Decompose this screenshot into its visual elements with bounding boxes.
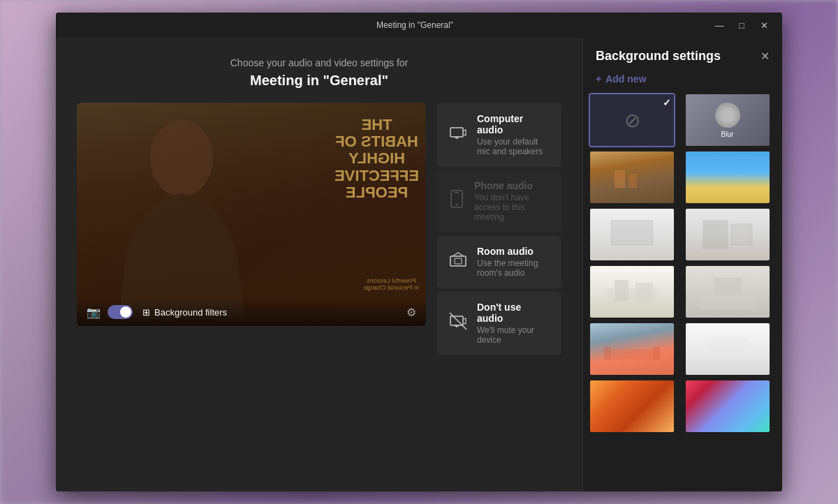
bg-thumb-minimal1[interactable] [589, 207, 675, 262]
bg-minimal2-inner [686, 209, 770, 260]
bg-panel-close-button[interactable]: ✕ [760, 50, 770, 63]
bg-panel-header: Background settings ✕ [583, 38, 782, 71]
computer-audio-icon [449, 124, 467, 146]
filters-icon: ⊞ [142, 307, 150, 318]
bg-lounge-inner [590, 323, 674, 375]
add-new-button[interactable]: + Add new [583, 71, 782, 93]
video-controls: 📷 ⊞ Background filters ⚙ [77, 298, 426, 326]
bg-thumb-minimal2[interactable] [684, 207, 771, 262]
book-subtitle: Powerful Lessonsin Personal Change [364, 277, 419, 291]
room-audio-label: Room audio [477, 246, 550, 257]
bg-thumb-office[interactable] [589, 150, 675, 205]
camera-toggle[interactable] [108, 305, 133, 319]
room-audio-option[interactable]: Room audio Use the meeting room's audio [437, 235, 561, 288]
computer-audio-option[interactable]: Computer audio Use your default mic and … [437, 103, 561, 167]
office-decoration [611, 163, 653, 191]
svg-rect-26 [653, 347, 660, 360]
pre-join-title: Meeting in "General" [230, 73, 409, 89]
svg-rect-17 [703, 221, 728, 249]
bg-none-inner: ⊘ ✓ [590, 94, 674, 146]
filters-text: Background filters [154, 307, 227, 318]
phone-audio-text: Phone audio You don't have access to thi… [474, 180, 550, 222]
svg-rect-18 [731, 224, 752, 245]
no-audio-icon [449, 312, 467, 334]
bg-room1-inner [590, 266, 674, 318]
bg-thumb-gradient1[interactable] [589, 379, 675, 433]
no-bg-icon: ⊘ [624, 109, 640, 132]
pre-join-header: Choose your audio and video settings for… [230, 57, 409, 89]
phone-audio-desc: You don't have access to this meeting [474, 193, 550, 222]
bg-thumb-white[interactable] [684, 322, 771, 376]
video-preview: THEHABITS OFHIGHLYEFFECTIVEPEOPLE Powerf… [77, 103, 426, 326]
bg-panel-title: Background settings [596, 49, 721, 64]
svg-rect-8 [455, 258, 462, 264]
video-person: THEHABITS OFHIGHLYEFFECTIVEPEOPLE Powerf… [77, 103, 426, 326]
blur-label: Blur [721, 131, 734, 138]
bg-minimal1-inner [590, 209, 674, 260]
bg-thumb-gradient2[interactable] [684, 379, 771, 433]
phone-audio-icon [449, 190, 464, 212]
computer-audio-label: Computer audio [477, 113, 550, 135]
svg-rect-14 [628, 174, 637, 188]
computer-audio-desc: Use your default mic and speakers [477, 137, 550, 156]
minimal1-decoration [604, 217, 660, 252]
svg-rect-23 [714, 278, 742, 295]
window-close-button[interactable]: ✕ [754, 18, 774, 32]
minimize-button[interactable]: — [710, 18, 729, 32]
bg-thumb-beach[interactable] [684, 150, 771, 205]
no-audio-label: Don't use audio [477, 302, 550, 324]
person-silhouette [98, 117, 265, 319]
preview-and-audio: THEHABITS OFHIGHLYEFFECTIVEPEOPLE Powerf… [77, 103, 561, 355]
computer-audio-text: Computer audio Use your default mic and … [477, 113, 550, 156]
svg-rect-7 [450, 256, 466, 266]
bg-thumb-blur[interactable]: Blur [684, 93, 771, 147]
no-audio-text: Don't use audio We'll mute your device [477, 302, 550, 345]
bg-thumb-lounge[interactable] [589, 322, 675, 376]
bg-thumb-room2[interactable] [684, 265, 771, 319]
phone-audio-option: Phone audio You don't have access to thi… [437, 170, 561, 232]
phone-audio-label: Phone audio [474, 180, 550, 191]
bg-room2-inner [686, 266, 770, 318]
room2-decoration [700, 274, 756, 309]
audio-options: Computer audio Use your default mic and … [437, 103, 561, 355]
minimal2-decoration [700, 217, 756, 252]
svg-rect-13 [615, 170, 625, 188]
background-settings-panel: Background settings ✕ + Add new ⊘ ✓ [582, 38, 782, 491]
pre-join-subtitle: Choose your audio and video settings for [230, 57, 409, 68]
main-area: Choose your audio and video settings for… [56, 38, 582, 491]
background-grid: ⊘ ✓ Blur [583, 93, 782, 439]
white-decoration [700, 332, 756, 366]
svg-rect-27 [707, 339, 749, 360]
room-audio-text: Room audio Use the meeting room's audio [477, 246, 550, 278]
room-audio-icon [449, 251, 467, 273]
title-bar: Meeting in "General" — □ ✕ [56, 13, 782, 38]
window-content: Choose your audio and video settings for… [56, 38, 782, 491]
svg-rect-21 [635, 283, 653, 300]
bg-thumb-room1[interactable] [589, 265, 675, 319]
window-title: Meeting in "General" [120, 20, 710, 30]
no-audio-option[interactable]: Don't use audio We'll mute your device [437, 291, 561, 355]
room1-decoration [604, 274, 660, 309]
main-window: Meeting in "General" — □ ✕ Choose your a… [56, 13, 782, 491]
bg-office-inner [590, 151, 674, 203]
svg-rect-24 [608, 349, 656, 360]
svg-rect-20 [615, 280, 628, 301]
blur-avatar [715, 103, 740, 128]
svg-rect-25 [604, 347, 611, 360]
bg-gradient1-inner [590, 380, 674, 432]
bg-beach-inner [686, 151, 770, 203]
svg-line-12 [450, 313, 466, 329]
toggle-knob [120, 306, 131, 318]
window-controls: — □ ✕ [710, 18, 774, 32]
svg-point-0 [150, 120, 213, 197]
bg-white-inner [686, 323, 770, 375]
settings-icon[interactable]: ⚙ [406, 306, 416, 319]
book-text: THEHABITS OFHIGHLYEFFECTIVEPEOPLE [335, 117, 419, 201]
bg-blur-inner: Blur [686, 94, 770, 146]
lounge-decoration [604, 332, 660, 366]
bg-thumb-none[interactable]: ⊘ ✓ [589, 93, 675, 147]
maximize-button[interactable]: □ [732, 18, 751, 32]
camera-icon: 📷 [87, 306, 101, 319]
bg-gradient2-inner [686, 380, 770, 432]
room-audio-desc: Use the meeting room's audio [477, 258, 550, 278]
